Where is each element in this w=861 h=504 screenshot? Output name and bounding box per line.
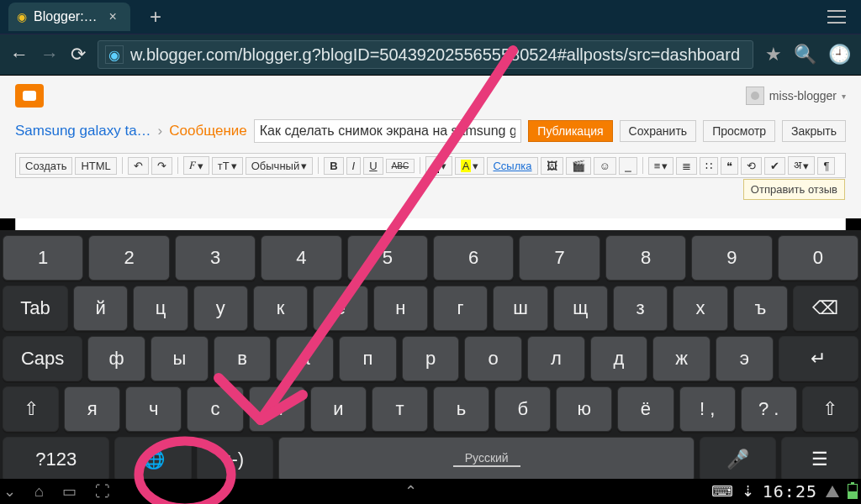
nav-screenshot-icon[interactable]: ⛶ [95, 483, 110, 501]
key-р[interactable]: р [402, 336, 460, 381]
key-3[interactable]: 3 [175, 235, 256, 281]
key-ж[interactable]: ж [652, 336, 710, 381]
forward-button[interactable]: → [40, 44, 59, 66]
spell-button[interactable]: ✔ [764, 157, 785, 175]
preview-button[interactable]: Просмотр [703, 120, 775, 142]
underline-button[interactable]: U [363, 157, 383, 175]
align-button[interactable]: ≡▾ [648, 157, 674, 175]
url-bar[interactable]: ◉ w.blogger.com/blogger.g?blogID=5043920… [98, 40, 753, 69]
key-с[interactable]: с [187, 386, 243, 432]
bg-color-button[interactable]: A▾ [455, 157, 485, 175]
key-ф[interactable]: ф [87, 336, 145, 381]
key-г[interactable]: г [433, 286, 488, 331]
key-options[interactable]: ☰ [781, 437, 858, 482]
key-п[interactable]: п [339, 336, 397, 381]
key-и[interactable]: и [310, 386, 367, 432]
key-э[interactable]: э [716, 336, 774, 381]
smile-button[interactable]: ☺ [594, 157, 616, 175]
browser-tab[interactable]: ◉ Blogger:… × [8, 3, 130, 31]
undo-button[interactable]: ↶ [128, 157, 149, 175]
user-menu[interactable]: miss-blogger ▾ [746, 87, 846, 105]
key-7[interactable]: 7 [519, 235, 600, 281]
key-enter[interactable]: ↵ [779, 336, 858, 381]
key-о[interactable]: о [464, 336, 522, 381]
video-button[interactable]: 🎬 [566, 157, 591, 175]
link-button[interactable]: Ссылка [487, 157, 537, 175]
key-н[interactable]: н [373, 286, 428, 331]
key-tab[interactable]: Tab [3, 286, 68, 331]
key-ю[interactable]: ю [556, 386, 612, 432]
key-е[interactable]: е [313, 286, 367, 331]
nav-home-icon[interactable]: ⌂ [34, 483, 44, 501]
key-1[interactable]: 1 [3, 235, 83, 281]
nav-up-icon[interactable]: ⌃ [404, 482, 417, 501]
key-ш[interactable]: ш [493, 286, 547, 331]
rtl-button[interactable]: ¶ [817, 157, 835, 175]
bulletlist-button[interactable]: ∷ [700, 157, 718, 175]
blogger-logo-icon[interactable] [15, 84, 44, 108]
jump-break-button[interactable]: ⎯ [619, 157, 637, 175]
translit-button[interactable]: अ▾ [788, 156, 815, 175]
key-lang[interactable]: 🌐 [114, 437, 192, 482]
history-icon[interactable]: 🕘 [828, 44, 851, 66]
key-д[interactable]: д [590, 336, 648, 381]
new-tab-button[interactable]: + [142, 3, 169, 30]
compose-mode-button[interactable]: Создать [19, 157, 72, 175]
search-icon[interactable]: 🔍 [794, 44, 816, 66]
key-л[interactable]: л [527, 336, 585, 381]
reload-button[interactable]: ⟳ [71, 44, 86, 66]
key-8[interactable]: 8 [605, 235, 686, 281]
size-button[interactable]: тТ▾ [212, 157, 243, 175]
html-mode-button[interactable]: HTML [75, 157, 116, 175]
text-color-button[interactable]: A▾ [425, 156, 452, 176]
nav-recent-icon[interactable]: ▭ [62, 482, 77, 501]
key-mic[interactable]: 🎤 [700, 437, 777, 482]
key-т[interactable]: т [372, 386, 428, 432]
breadcrumb-blog[interactable]: Samsung galaxy ta… [15, 123, 151, 139]
save-button[interactable]: Сохранить [620, 120, 697, 142]
key-ы[interactable]: ы [151, 336, 209, 381]
close-button[interactable]: Закрыть [782, 120, 846, 142]
key-symbols[interactable]: ?123 [3, 437, 109, 482]
key-ч[interactable]: ч [125, 386, 182, 432]
key-0[interactable]: 0 [778, 235, 858, 281]
key-ё[interactable]: ё [617, 386, 673, 432]
publish-button[interactable]: Публикация [528, 120, 612, 142]
key-б[interactable]: б [494, 386, 551, 432]
key-shift-left[interactable]: ⇧ [3, 386, 59, 432]
image-button[interactable]: 🖼 [541, 157, 563, 175]
back-button[interactable]: ← [10, 44, 29, 66]
key-м[interactable]: м [249, 386, 305, 432]
key-5[interactable]: 5 [347, 235, 428, 281]
key-9[interactable]: 9 [691, 235, 772, 281]
key-ц[interactable]: ц [133, 286, 188, 331]
key-з[interactable]: з [613, 286, 668, 331]
key-emoji[interactable]: :-) [197, 437, 274, 482]
clearfmt-button[interactable]: ⟲ [741, 157, 762, 175]
key-у[interactable]: у [193, 286, 248, 331]
key-!,[interactable]: ! , [679, 386, 736, 432]
quote-button[interactable]: ❝ [721, 157, 738, 175]
close-tab-icon[interactable]: × [104, 9, 122, 24]
redo-button[interactable]: ↷ [151, 157, 172, 175]
key-в[interactable]: в [214, 336, 272, 381]
style-button[interactable]: Обычный▾ [246, 157, 313, 175]
key-а[interactable]: а [276, 336, 334, 381]
key-6[interactable]: 6 [433, 235, 514, 281]
italic-button[interactable]: I [346, 157, 362, 175]
bookmark-star-icon[interactable]: ★ [765, 44, 782, 66]
feedback-tooltip[interactable]: Отправить отзыв [743, 179, 845, 200]
bold-button[interactable]: B [324, 157, 343, 175]
key-й[interactable]: й [73, 286, 128, 331]
key-2[interactable]: 2 [88, 235, 169, 281]
numlist-button[interactable]: ≣ [676, 157, 697, 175]
key-caps[interactable]: Caps [3, 336, 82, 381]
key-4[interactable]: 4 [261, 235, 341, 281]
nav-back-icon[interactable]: ⌄ [3, 482, 16, 501]
key-ъ[interactable]: ъ [733, 286, 788, 331]
key-ь[interactable]: ь [433, 386, 489, 432]
post-title-input[interactable] [254, 119, 522, 143]
key-backspace[interactable]: ⌫ [793, 286, 858, 331]
strike-button[interactable]: ABC [386, 159, 415, 173]
key-к[interactable]: к [253, 286, 308, 331]
